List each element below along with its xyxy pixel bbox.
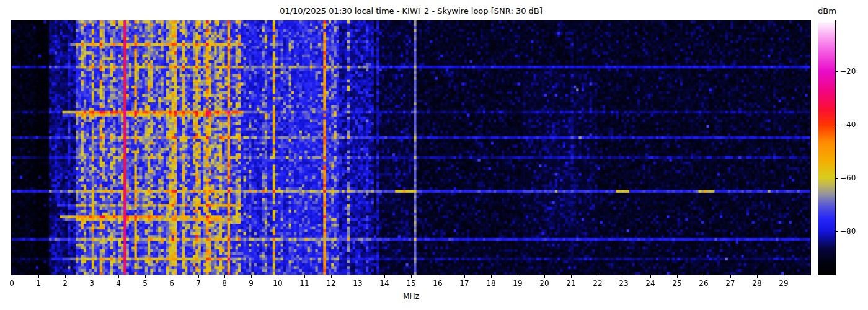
x-tick-label: 15 — [402, 279, 420, 288]
x-tick-label: 16 — [428, 279, 447, 288]
colorbar-tick-label: −60 — [840, 174, 856, 182]
spectrogram-figure: 01/10/2025 01:30 local time - KIWI_2 - S… — [0, 0, 868, 310]
colorbar-tick-mark — [836, 71, 838, 72]
chart-title: 01/10/2025 01:30 local time - KIWI_2 - S… — [12, 6, 810, 16]
x-tick-label: 0 — [2, 279, 21, 288]
colorbar-tick-label: −40 — [840, 120, 856, 129]
x-tick-mark — [172, 275, 172, 278]
x-axis-label: MHz — [12, 292, 810, 301]
x-tick-mark — [411, 275, 412, 278]
x-tick-mark — [145, 275, 146, 278]
x-tick-mark — [650, 275, 651, 278]
x-tick-mark — [331, 275, 332, 278]
x-tick-label: 23 — [614, 279, 633, 288]
x-tick-label: 13 — [348, 279, 367, 288]
x-tick-mark — [278, 275, 278, 278]
x-tick-label: 2 — [56, 279, 74, 288]
x-tick-mark — [65, 275, 66, 278]
x-tick-label: 10 — [268, 279, 287, 288]
spectrogram-canvas — [12, 20, 810, 275]
x-tick-mark — [491, 275, 492, 278]
x-tick-mark — [384, 275, 385, 278]
colorbar-tick-mark — [836, 178, 838, 179]
x-tick-label: 6 — [162, 279, 181, 288]
x-tick-mark — [704, 275, 704, 278]
x-tick-mark — [598, 275, 598, 278]
colorbar-tick-mark — [836, 231, 838, 232]
x-tick-label: 18 — [482, 279, 500, 288]
x-tick-mark — [12, 275, 12, 278]
x-tick-mark — [624, 275, 624, 278]
colorbar-tick-label: −80 — [840, 227, 856, 236]
x-tick-mark — [224, 275, 225, 278]
x-tick-mark — [92, 275, 92, 278]
x-tick-label: 11 — [295, 279, 314, 288]
x-tick-mark — [198, 275, 199, 278]
x-tick-label: 28 — [748, 279, 766, 288]
x-tick-mark — [730, 275, 731, 278]
x-tick-mark — [544, 275, 545, 278]
x-tick-label: 24 — [641, 279, 660, 288]
colorbar-gradient — [818, 20, 835, 275]
x-tick-label: 4 — [109, 279, 128, 288]
x-tick-label: 3 — [82, 279, 101, 288]
x-tick-mark — [358, 275, 358, 278]
x-tick-label: 19 — [508, 279, 527, 288]
x-tick-label: 22 — [588, 279, 607, 288]
x-tick-mark — [38, 275, 39, 278]
x-tick-mark — [118, 275, 119, 278]
x-tick-mark — [438, 275, 438, 278]
x-tick-label: 26 — [694, 279, 713, 288]
x-tick-label: 21 — [562, 279, 580, 288]
colorbar-tick-mark — [836, 125, 838, 125]
x-tick-label: 8 — [215, 279, 234, 288]
x-tick-label: 9 — [242, 279, 260, 288]
x-tick-label: 7 — [189, 279, 208, 288]
x-tick-mark — [677, 275, 678, 278]
x-tick-label: 17 — [455, 279, 474, 288]
x-tick-label: 1 — [29, 279, 48, 288]
x-tick-label: 14 — [375, 279, 394, 288]
x-tick-label: 20 — [535, 279, 554, 288]
x-tick-mark — [757, 275, 758, 278]
x-tick-mark — [518, 275, 518, 278]
x-tick-label: 12 — [322, 279, 340, 288]
x-tick-label: 29 — [774, 279, 793, 288]
colorbar-unit-label: dBm — [812, 6, 842, 16]
colorbar-tick-label: −20 — [840, 67, 856, 76]
x-tick-mark — [464, 275, 465, 278]
x-tick-mark — [304, 275, 305, 278]
x-tick-label: 5 — [136, 279, 154, 288]
x-tick-label: 27 — [721, 279, 740, 288]
x-tick-mark — [784, 275, 784, 278]
x-tick-mark — [571, 275, 572, 278]
x-tick-label: 25 — [668, 279, 686, 288]
x-tick-mark — [251, 275, 252, 278]
